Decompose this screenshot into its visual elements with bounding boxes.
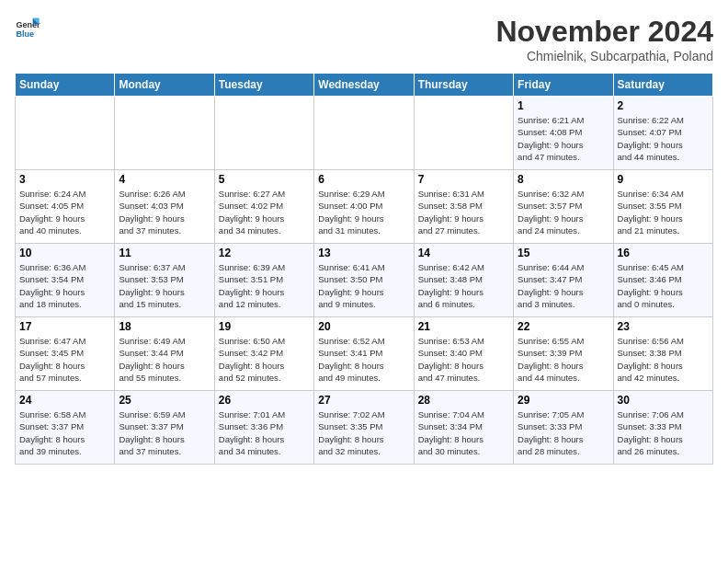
calendar-row: 24Sunrise: 6:58 AM Sunset: 3:37 PM Dayli… [16, 391, 713, 465]
header-cell-tuesday: Tuesday [214, 74, 313, 97]
calendar-cell [214, 97, 313, 170]
day-number: 28 [418, 394, 509, 407]
calendar-row: 10Sunrise: 6:36 AM Sunset: 3:54 PM Dayli… [16, 244, 713, 317]
day-number: 5 [219, 173, 310, 186]
cell-info: Sunrise: 6:45 AM Sunset: 3:46 PM Dayligh… [618, 261, 709, 310]
cell-info: Sunrise: 6:34 AM Sunset: 3:55 PM Dayligh… [618, 188, 709, 236]
day-number: 17 [19, 320, 110, 333]
day-number: 21 [418, 320, 509, 333]
cell-info: Sunrise: 7:01 AM Sunset: 3:36 PM Dayligh… [219, 408, 310, 457]
cell-info: Sunrise: 7:02 AM Sunset: 3:35 PM Dayligh… [318, 408, 409, 457]
cell-info: Sunrise: 6:52 AM Sunset: 3:41 PM Dayligh… [318, 335, 409, 384]
calendar-cell: 12Sunrise: 6:39 AM Sunset: 3:51 PM Dayli… [214, 244, 313, 317]
calendar-cell: 13Sunrise: 6:41 AM Sunset: 3:50 PM Dayli… [314, 244, 414, 317]
day-number: 19 [219, 320, 310, 333]
calendar-cell: 30Sunrise: 7:06 AM Sunset: 3:33 PM Dayli… [613, 391, 712, 465]
day-number: 29 [518, 394, 609, 407]
day-number: 18 [119, 320, 210, 333]
cell-info: Sunrise: 6:56 AM Sunset: 3:38 PM Dayligh… [618, 335, 709, 384]
cell-info: Sunrise: 6:58 AM Sunset: 3:37 PM Dayligh… [19, 408, 110, 457]
calendar-cell [314, 97, 414, 170]
day-number: 25 [119, 394, 210, 407]
header-row: SundayMondayTuesdayWednesdayThursdayFrid… [16, 74, 713, 97]
calendar-cell: 4Sunrise: 6:26 AM Sunset: 4:03 PM Daylig… [115, 170, 214, 244]
calendar-cell: 22Sunrise: 6:55 AM Sunset: 3:39 PM Dayli… [514, 317, 613, 391]
calendar-cell: 7Sunrise: 6:31 AM Sunset: 3:58 PM Daylig… [414, 170, 513, 244]
calendar-cell: 9Sunrise: 6:34 AM Sunset: 3:55 PM Daylig… [613, 170, 712, 244]
calendar-cell: 28Sunrise: 7:04 AM Sunset: 3:34 PM Dayli… [414, 391, 513, 465]
calendar-cell: 27Sunrise: 7:02 AM Sunset: 3:35 PM Dayli… [314, 391, 414, 465]
day-number: 22 [518, 320, 609, 333]
month-title: November 2024 [495, 15, 713, 49]
header-cell-sunday: Sunday [16, 74, 115, 97]
calendar-cell: 24Sunrise: 6:58 AM Sunset: 3:37 PM Dayli… [16, 391, 115, 465]
cell-info: Sunrise: 7:04 AM Sunset: 3:34 PM Dayligh… [418, 408, 509, 457]
day-number: 14 [418, 247, 509, 259]
calendar-row: 3Sunrise: 6:24 AM Sunset: 4:05 PM Daylig… [16, 170, 713, 244]
calendar-cell [414, 97, 513, 170]
calendar-cell [16, 97, 115, 170]
calendar-cell: 20Sunrise: 6:52 AM Sunset: 3:41 PM Dayli… [314, 317, 414, 391]
cell-info: Sunrise: 6:26 AM Sunset: 4:03 PM Dayligh… [119, 188, 210, 236]
calendar-cell: 5Sunrise: 6:27 AM Sunset: 4:02 PM Daylig… [214, 170, 313, 244]
cell-info: Sunrise: 6:29 AM Sunset: 4:00 PM Dayligh… [318, 188, 409, 236]
logo: General Blue [15, 15, 40, 40]
title-block: November 2024 Chmielnik, Subcarpathia, P… [495, 15, 713, 63]
header-cell-friday: Friday [514, 74, 613, 97]
cell-info: Sunrise: 6:37 AM Sunset: 3:53 PM Dayligh… [119, 261, 210, 310]
calendar-row: 17Sunrise: 6:47 AM Sunset: 3:45 PM Dayli… [16, 317, 713, 391]
cell-info: Sunrise: 6:59 AM Sunset: 3:37 PM Dayligh… [119, 408, 210, 457]
day-number: 2 [618, 99, 709, 112]
cell-info: Sunrise: 6:47 AM Sunset: 3:45 PM Dayligh… [19, 335, 110, 384]
day-number: 1 [518, 99, 609, 112]
calendar-cell: 15Sunrise: 6:44 AM Sunset: 3:47 PM Dayli… [514, 244, 613, 317]
cell-info: Sunrise: 7:05 AM Sunset: 3:33 PM Dayligh… [518, 408, 609, 457]
calendar-cell: 10Sunrise: 6:36 AM Sunset: 3:54 PM Dayli… [16, 244, 115, 317]
header-cell-wednesday: Wednesday [314, 74, 414, 97]
day-number: 9 [618, 173, 709, 186]
calendar-cell [115, 97, 214, 170]
calendar-cell: 3Sunrise: 6:24 AM Sunset: 4:05 PM Daylig… [16, 170, 115, 244]
calendar-cell: 11Sunrise: 6:37 AM Sunset: 3:53 PM Dayli… [115, 244, 214, 317]
day-number: 30 [618, 394, 709, 407]
calendar-cell: 14Sunrise: 6:42 AM Sunset: 3:48 PM Dayli… [414, 244, 513, 317]
day-number: 26 [219, 394, 310, 407]
day-number: 16 [618, 247, 709, 259]
cell-info: Sunrise: 6:36 AM Sunset: 3:54 PM Dayligh… [19, 261, 110, 310]
calendar-cell: 18Sunrise: 6:49 AM Sunset: 3:44 PM Dayli… [115, 317, 214, 391]
cell-info: Sunrise: 6:53 AM Sunset: 3:40 PM Dayligh… [418, 335, 509, 384]
page-header: General Blue November 2024 Chmielnik, Su… [15, 15, 713, 63]
calendar-cell: 29Sunrise: 7:05 AM Sunset: 3:33 PM Dayli… [514, 391, 613, 465]
svg-text:Blue: Blue [16, 29, 34, 39]
cell-info: Sunrise: 6:39 AM Sunset: 3:51 PM Dayligh… [219, 261, 310, 310]
cell-info: Sunrise: 6:50 AM Sunset: 3:42 PM Dayligh… [219, 335, 310, 384]
calendar-cell: 19Sunrise: 6:50 AM Sunset: 3:42 PM Dayli… [214, 317, 313, 391]
day-number: 12 [219, 247, 310, 259]
header-cell-monday: Monday [115, 74, 214, 97]
calendar-cell: 26Sunrise: 7:01 AM Sunset: 3:36 PM Dayli… [214, 391, 313, 465]
day-number: 27 [318, 394, 409, 407]
day-number: 20 [318, 320, 409, 333]
day-number: 10 [19, 247, 110, 259]
day-number: 7 [418, 173, 509, 186]
cell-info: Sunrise: 6:24 AM Sunset: 4:05 PM Dayligh… [19, 188, 110, 236]
day-number: 6 [318, 173, 409, 186]
calendar-row: 1Sunrise: 6:21 AM Sunset: 4:08 PM Daylig… [16, 97, 713, 170]
cell-info: Sunrise: 6:41 AM Sunset: 3:50 PM Dayligh… [318, 261, 409, 310]
header-cell-saturday: Saturday [613, 74, 712, 97]
cell-info: Sunrise: 7:06 AM Sunset: 3:33 PM Dayligh… [618, 408, 709, 457]
day-number: 3 [19, 173, 110, 186]
day-number: 23 [618, 320, 709, 333]
calendar-cell: 25Sunrise: 6:59 AM Sunset: 3:37 PM Dayli… [115, 391, 214, 465]
calendar-cell: 23Sunrise: 6:56 AM Sunset: 3:38 PM Dayli… [613, 317, 712, 391]
cell-info: Sunrise: 6:21 AM Sunset: 4:08 PM Dayligh… [518, 114, 609, 163]
calendar-table: SundayMondayTuesdayWednesdayThursdayFrid… [15, 73, 713, 465]
calendar-cell: 16Sunrise: 6:45 AM Sunset: 3:46 PM Dayli… [613, 244, 712, 317]
day-number: 4 [119, 173, 210, 186]
cell-info: Sunrise: 6:49 AM Sunset: 3:44 PM Dayligh… [119, 335, 210, 384]
location: Chmielnik, Subcarpathia, Poland [495, 49, 713, 63]
logo-icon: General Blue [15, 15, 40, 40]
day-number: 15 [518, 247, 609, 259]
day-number: 8 [518, 173, 609, 186]
cell-info: Sunrise: 6:27 AM Sunset: 4:02 PM Dayligh… [219, 188, 310, 236]
